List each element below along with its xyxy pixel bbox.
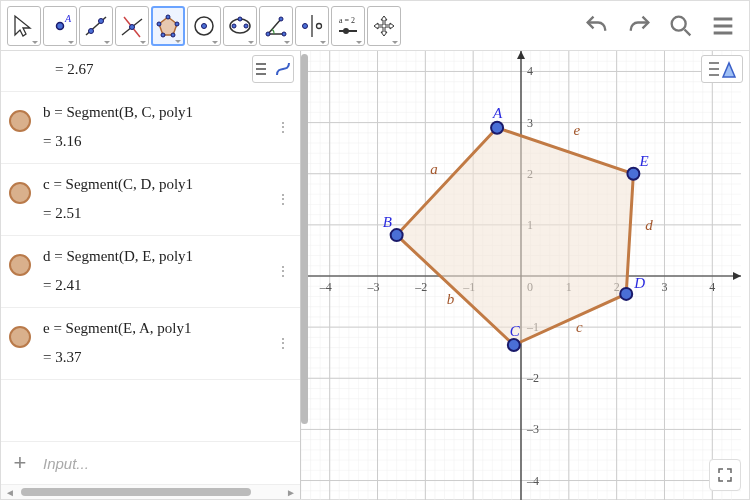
point-label: B [383, 214, 392, 230]
svg-text:–4: –4 [319, 280, 332, 294]
point-label: C [510, 323, 521, 339]
svg-point-8 [166, 15, 170, 19]
move-tool[interactable] [7, 6, 41, 46]
scrollbar-thumb[interactable] [301, 54, 308, 424]
svg-point-14 [202, 23, 207, 28]
line-tool[interactable] [79, 6, 113, 46]
algebra-definition: b = Segment(B, C, poly1 [43, 100, 264, 126]
search-button[interactable] [661, 6, 701, 46]
svg-point-24 [317, 23, 322, 28]
circle-tool[interactable] [187, 6, 221, 46]
polygon-tool[interactable] [151, 6, 185, 46]
svg-point-7 [130, 24, 135, 29]
point-B[interactable] [391, 229, 403, 241]
visibility-toggle[interactable] [9, 110, 31, 132]
svg-point-0 [57, 22, 64, 29]
visibility-toggle[interactable] [9, 254, 31, 276]
algebra-definition: e = Segment(E, A, poly1 [43, 316, 264, 342]
add-icon: + [11, 450, 29, 476]
point-D[interactable] [620, 288, 632, 300]
algebra-value: = 3.37 [43, 345, 264, 371]
algebra-row[interactable]: e = Segment(E, A, poly1= 3.37⋮ [1, 308, 300, 380]
svg-point-4 [99, 18, 104, 23]
svg-text:3: 3 [527, 116, 533, 130]
horizontal-scrollbar[interactable]: ◄ ► [1, 484, 300, 499]
angle-tool[interactable] [259, 6, 293, 46]
point-C[interactable] [508, 339, 520, 351]
algebra-definition: d = Segment(D, E, poly1 [43, 244, 264, 270]
fullscreen-button[interactable] [709, 459, 741, 491]
slider-tool[interactable]: a = 2 [331, 6, 365, 46]
svg-text:–3: –3 [367, 280, 380, 294]
svg-text:4: 4 [527, 64, 533, 78]
undo-button[interactable] [577, 6, 617, 46]
svg-point-17 [244, 24, 248, 28]
redo-button[interactable] [619, 6, 659, 46]
point-label: A [492, 105, 503, 121]
algebra-definition: c = Segment(C, D, poly1 [43, 172, 264, 198]
algebra-value: = 2.41 [43, 273, 264, 299]
svg-text:3: 3 [661, 280, 667, 294]
algebra-row[interactable]: d = Segment(D, E, poly1= 2.41⋮ [1, 236, 300, 308]
visibility-toggle[interactable] [9, 326, 31, 348]
graphics-view[interactable]: –4–3–2–101234–4–3–2–11234abcdeABCDE [301, 51, 749, 499]
more-icon[interactable]: ⋮ [276, 263, 290, 279]
more-icon[interactable]: ⋮ [276, 119, 290, 135]
point-label: D [633, 275, 645, 291]
algebra-input-row[interactable]: + Input... [1, 441, 300, 484]
visibility-toggle[interactable] [9, 182, 31, 204]
menu-button[interactable] [703, 6, 743, 46]
point-A[interactable] [491, 122, 503, 134]
edge-label: d [645, 217, 653, 233]
svg-text:–3: –3 [526, 422, 539, 436]
svg-point-11 [161, 33, 165, 37]
svg-point-10 [171, 33, 175, 37]
algebra-row[interactable]: c = Segment(C, D, poly1= 2.51⋮ [1, 164, 300, 236]
vertical-scrollbar[interactable] [300, 50, 308, 485]
edge-label: a [430, 161, 438, 177]
svg-text:4: 4 [709, 280, 715, 294]
svg-text:–2: –2 [526, 371, 539, 385]
svg-point-27 [343, 28, 349, 34]
svg-text:–2: –2 [414, 280, 427, 294]
reflect-tool[interactable] [295, 6, 329, 46]
svg-point-23 [303, 23, 308, 28]
algebra-value: = 3.16 [43, 129, 264, 155]
toolbar: Aa = 2 [1, 1, 749, 51]
graphics-panel-menu[interactable] [701, 55, 743, 83]
edge-label: c [576, 319, 583, 335]
svg-point-16 [232, 24, 236, 28]
svg-point-21 [282, 32, 286, 36]
point-E[interactable] [627, 168, 639, 180]
svg-text:–4: –4 [526, 474, 539, 488]
move-graphics-tool[interactable] [367, 6, 401, 46]
algebra-input[interactable]: Input... [43, 455, 290, 472]
more-icon[interactable]: ⋮ [276, 335, 290, 351]
svg-point-18 [238, 17, 242, 21]
algebra-value: = 2.51 [43, 201, 264, 227]
algebra-row[interactable]: b = Segment(B, C, poly1= 3.16⋮ [1, 92, 300, 164]
svg-point-20 [279, 17, 283, 21]
svg-point-12 [157, 22, 161, 26]
svg-point-3 [89, 28, 94, 33]
perpendicular-tool[interactable] [115, 6, 149, 46]
ellipse-tool[interactable] [223, 6, 257, 46]
scrollbar-thumb[interactable] [21, 488, 251, 496]
more-icon[interactable]: ⋮ [276, 191, 290, 207]
point-label: E [638, 153, 648, 169]
edge-label: b [447, 291, 455, 307]
svg-text:A: A [64, 13, 72, 24]
svg-point-28 [672, 16, 686, 30]
algebra-view: = 2.67 b = Segment(B, C, poly1= 3.16⋮c =… [1, 51, 301, 499]
svg-point-9 [175, 22, 179, 26]
svg-text:a = 2: a = 2 [339, 16, 355, 25]
edge-label: e [574, 122, 581, 138]
algebra-panel-menu[interactable] [252, 55, 294, 83]
graphics-canvas[interactable]: –4–3–2–101234–4–3–2–11234abcdeABCDE [301, 51, 741, 500]
svg-point-19 [266, 32, 270, 36]
point-tool[interactable]: A [43, 6, 77, 46]
